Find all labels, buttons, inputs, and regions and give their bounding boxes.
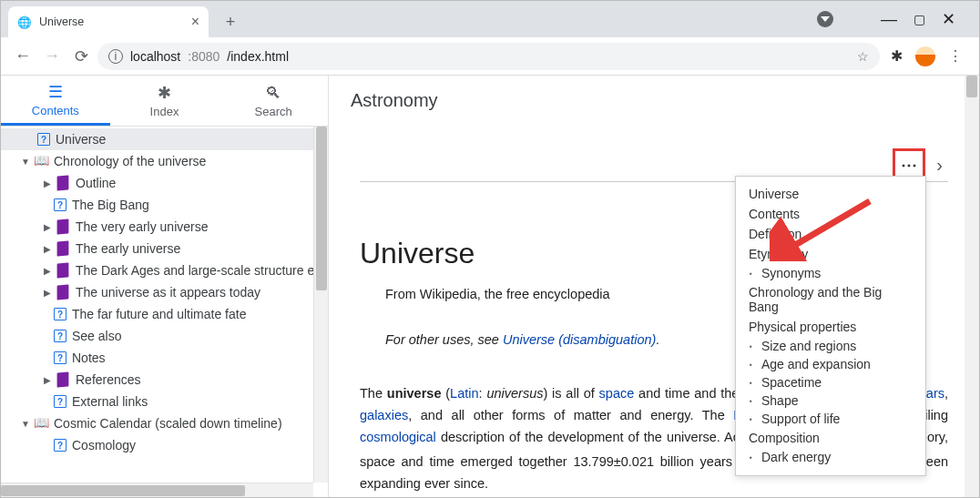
- menu-item-shape[interactable]: Shape: [749, 391, 913, 410]
- url-host: localhost: [130, 49, 180, 64]
- menu-item-age[interactable]: Age and expansion: [749, 355, 913, 373]
- tab-index-label: Index: [150, 105, 179, 118]
- tree-item-outline[interactable]: ▶Outline: [1, 172, 328, 194]
- book-open-icon: 📖: [34, 416, 48, 431]
- collapse-icon[interactable]: ▼: [19, 419, 32, 429]
- address-bar[interactable]: i localhost:8080/index.html ☆: [97, 43, 880, 70]
- extensions-icon[interactable]: ✱: [891, 47, 903, 65]
- latin-link[interactable]: Latin: [450, 386, 478, 401]
- menu-item-synonyms[interactable]: Synonyms: [749, 264, 913, 282]
- tab-title: Universe: [39, 15, 84, 28]
- tree-item-early[interactable]: ▶The early universe: [1, 238, 328, 259]
- sidebar-scrollbar-horizontal[interactable]: [1, 483, 313, 497]
- browser-tab[interactable]: 🌐 Universe ×: [8, 6, 209, 37]
- tab-search-label: Search: [255, 105, 292, 118]
- book-icon: [57, 219, 69, 234]
- menu-item-spacetime[interactable]: Spacetime: [749, 373, 913, 391]
- tree-item-external[interactable]: ?External links: [1, 391, 328, 412]
- tree-item-cosmic-calendar[interactable]: ▼📖Cosmic Calendar (scaled down timeline): [1, 412, 328, 434]
- main-content: Astronomy ⋯ › Universe From Wikipedia, t…: [329, 76, 979, 497]
- tree-item-references[interactable]: ▶References: [1, 369, 328, 391]
- collapse-icon[interactable]: ▼: [19, 157, 32, 167]
- tree-item-far-future[interactable]: ?The far future and ultimate fate: [1, 303, 328, 325]
- tree-item-chronology[interactable]: ▼📖Chronology of the universe: [1, 150, 328, 172]
- page-icon: ?: [54, 395, 66, 408]
- browser-toolbar: ← → ⟳ i localhost:8080/index.html ☆ ✱ ⋮: [1, 37, 979, 76]
- page-icon: ?: [54, 308, 66, 320]
- asterisk-icon: ✱: [158, 83, 171, 103]
- globe-icon: 🌐: [17, 15, 32, 29]
- tree-item-notes[interactable]: ?Notes: [1, 347, 328, 369]
- breadcrumb: Astronomy: [329, 76, 979, 127]
- menu-item-etymology[interactable]: Etymology: [749, 244, 913, 264]
- maximize-icon[interactable]: ▢: [914, 12, 925, 26]
- dots-icon: ⋯: [901, 155, 918, 175]
- menu-item-support[interactable]: Support of life: [749, 410, 913, 428]
- page-icon: ?: [54, 198, 66, 211]
- new-tab-button[interactable]: +: [218, 9, 243, 35]
- cosmological-link[interactable]: cosmological: [360, 430, 436, 444]
- expand-icon[interactable]: ▶: [41, 222, 54, 232]
- expand-icon[interactable]: ▶: [41, 288, 54, 298]
- back-icon[interactable]: ←: [10, 46, 36, 66]
- book-icon: [57, 371, 69, 387]
- info-icon[interactable]: i: [108, 49, 123, 64]
- menu-item-universe[interactable]: Universe: [749, 184, 913, 204]
- sidebar: ☰ Contents ✱ Index 🔍︎ Search ?Universe ▼…: [1, 76, 329, 497]
- page-icon: ?: [54, 330, 66, 342]
- galaxies-link[interactable]: galaxies: [360, 408, 408, 422]
- book-icon: [57, 240, 69, 256]
- tab-contents-label: Contents: [32, 104, 79, 117]
- menu-item-contents[interactable]: Contents: [749, 204, 913, 224]
- expand-icon[interactable]: ▶: [41, 244, 54, 254]
- page-icon: ?: [54, 351, 66, 364]
- tab-contents[interactable]: ☰ Contents: [1, 76, 110, 126]
- breadcrumb-text: Astronomy: [351, 90, 438, 111]
- next-page-icon[interactable]: ›: [936, 155, 943, 176]
- menu-item-physical[interactable]: Physical properties: [749, 317, 913, 337]
- sidebar-scrollbar-vertical[interactable]: [313, 127, 328, 483]
- tree-item-very-early[interactable]: ▶The very early universe: [1, 216, 328, 238]
- disambiguation-link[interactable]: Universe (disambiguation): [503, 332, 656, 347]
- expand-icon[interactable]: ▶: [41, 375, 54, 385]
- tree-item-universe[interactable]: ?Universe: [1, 128, 328, 150]
- tab-index[interactable]: ✱ Index: [110, 76, 219, 126]
- menu-item-dark-energy[interactable]: Dark energy: [749, 448, 913, 466]
- tree-item-see-also[interactable]: ?See also: [1, 325, 328, 347]
- space-link[interactable]: space: [599, 386, 635, 401]
- tab-search[interactable]: 🔍︎ Search: [219, 76, 328, 126]
- menu-item-chronology[interactable]: Chronology and the Big Bang: [749, 282, 913, 317]
- tree-item-cosmology[interactable]: ?Cosmology: [1, 434, 328, 456]
- search-icon: 🔍︎: [265, 84, 281, 103]
- menu-item-definition[interactable]: Definition: [749, 224, 913, 244]
- window-controls: — ▢ ✕: [881, 1, 974, 37]
- profile-avatar-icon[interactable]: [915, 46, 935, 66]
- toc-dropdown-menu: Universe Contents Definition Etymology S…: [735, 176, 926, 476]
- list-icon: ☰: [48, 82, 63, 102]
- book-open-icon: 📖: [34, 154, 48, 168]
- tree-item-today[interactable]: ▶The universe as it appears today: [1, 281, 328, 303]
- book-icon: [57, 262, 69, 278]
- tree-item-dark-ages[interactable]: ▶The Dark Ages and large-scale structure…: [1, 259, 328, 281]
- forward-icon[interactable]: →: [39, 46, 65, 66]
- tree-item-bigbang[interactable]: ?The Big Bang: [1, 194, 328, 216]
- main-scrollbar[interactable]: [965, 76, 979, 497]
- url-port: :8080: [188, 49, 219, 64]
- menu-item-size[interactable]: Size and regions: [749, 337, 913, 355]
- bookmark-icon[interactable]: ☆: [857, 49, 869, 64]
- url-path: /index.html: [227, 49, 289, 64]
- kebab-menu-icon[interactable]: ⋮: [948, 47, 963, 65]
- minimize-icon[interactable]: —: [881, 10, 897, 29]
- page-icon: ?: [37, 133, 50, 146]
- browser-titlebar: 🌐 Universe × + — ▢ ✕: [1, 1, 979, 37]
- book-icon: [57, 284, 69, 300]
- expand-icon[interactable]: ▶: [41, 178, 54, 188]
- menu-item-composition[interactable]: Composition: [749, 428, 913, 448]
- close-window-icon[interactable]: ✕: [942, 9, 955, 29]
- page-icon: ?: [54, 439, 66, 452]
- close-tab-icon[interactable]: ×: [191, 14, 199, 30]
- reload-icon[interactable]: ⟳: [68, 46, 94, 66]
- chrome-account-icon[interactable]: [817, 11, 833, 27]
- expand-icon[interactable]: ▶: [41, 266, 54, 276]
- toc-tree: ?Universe ▼📖Chronology of the universe ▶…: [1, 127, 328, 458]
